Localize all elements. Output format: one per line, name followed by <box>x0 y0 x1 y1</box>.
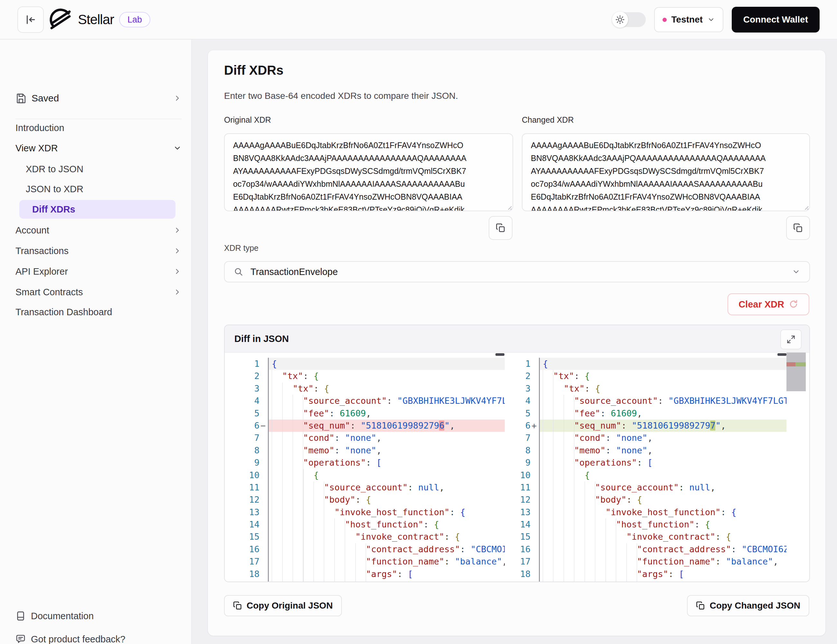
page-description: Enter two Base-64 encoded XDRs to compar… <box>224 91 458 101</box>
sidebar-item-label: Transaction Dashboard <box>15 307 182 317</box>
diff-minimap-scrollbar[interactable] <box>786 353 806 582</box>
header-actions: Testnet Connect Wallet <box>612 0 820 39</box>
horizontal-scrollbar-right[interactable] <box>778 353 786 356</box>
sidebar-item-transactions[interactable]: Transactions <box>15 243 182 259</box>
sidebar-item-feedback[interactable]: Got product feedback? <box>15 631 182 644</box>
chevron-right-icon <box>173 94 182 102</box>
copy-changed-json-button[interactable]: Copy Changed JSON <box>687 595 809 616</box>
sidebar-item-transaction-dashboard[interactable]: Transaction Dashboard <box>15 304 182 320</box>
expand-fullscreen-button[interactable] <box>780 329 802 349</box>
sidebar-item-introduction[interactable]: Introduction <box>15 120 182 136</box>
sidebar-item-view-xdr[interactable]: View XDR <box>15 140 182 156</box>
sidebar-item-xdr-to-json[interactable]: XDR to JSON <box>26 161 182 177</box>
sidebar-item-account[interactable]: Account <box>15 222 182 238</box>
xdr-type-label: XDR type <box>224 243 259 253</box>
lab-badge: Lab <box>119 12 150 27</box>
stellar-logo-icon <box>48 7 73 32</box>
sidebar-item-label: Account <box>15 225 168 236</box>
xdr-type-select[interactable]: TransactionEnvelope <box>224 261 810 283</box>
minimap-added-mark <box>796 362 806 366</box>
sidebar-item-label: XDR to JSON <box>26 164 182 174</box>
sidebar-item-saved[interactable]: Saved <box>15 88 182 108</box>
copy-original-json-button[interactable]: Copy Original JSON <box>224 595 342 616</box>
collapse-sidebar-button[interactable] <box>17 7 44 33</box>
chevron-right-icon <box>173 267 182 276</box>
diff-pane-original[interactable]: 1{2"tx": {3"tx": {4"source_account": "GB… <box>225 353 505 582</box>
sidebar-item-diff-xdrs-active[interactable]: Diff XDRs <box>19 200 176 219</box>
copy-icon <box>696 601 705 610</box>
sidebar-item-json-to-xdr[interactable]: JSON to XDR <box>26 181 182 197</box>
minimap-removed-mark <box>786 362 796 366</box>
feedback-bubble-icon <box>15 634 26 644</box>
chevron-down-icon <box>792 268 800 276</box>
book-icon <box>15 611 26 621</box>
sidebar-item-label: API Explorer <box>15 266 168 277</box>
sidebar-item-api-explorer[interactable]: API Explorer <box>15 263 182 280</box>
sidebar-item-label: Transactions <box>15 246 168 256</box>
sidebar-item-label: Smart Contracts <box>15 287 168 297</box>
sidebar-item-smart-contracts[interactable]: Smart Contracts <box>15 284 182 301</box>
theme-toggle[interactable] <box>612 12 646 27</box>
refresh-icon <box>789 299 798 309</box>
copy-icon <box>793 223 803 233</box>
original-xdr-label: Original XDR <box>224 115 271 125</box>
copy-changed-xdr-button[interactable] <box>786 216 810 240</box>
network-dot <box>663 18 667 22</box>
diff-panel-header: Diff in JSON <box>225 325 809 353</box>
sun-icon <box>615 15 625 24</box>
original-xdr-textarea[interactable]: AAAAAgAAAABuE6DqJtabKrzBfrNo6A0Zt1FrFAV4… <box>224 133 513 211</box>
diff-code-area: 1{2"tx": {3"tx": {4"source_account": "GB… <box>225 353 809 582</box>
changed-xdr-label: Changed XDR <box>522 115 574 125</box>
diff-pane-changed[interactable]: 1{2"tx": {3"tx": {4"source_account": "GB… <box>514 353 786 582</box>
sidebar-item-label: Saved <box>31 93 168 104</box>
brand-name: Stellar <box>78 12 114 27</box>
horizontal-scrollbar-left[interactable] <box>496 353 504 356</box>
sidebar-divider <box>15 119 182 119</box>
sidebar-item-label: Diff XDRs <box>32 204 75 215</box>
diff-xdrs-card: Diff XDRs Enter two Base-64 encoded XDRs… <box>208 50 826 636</box>
top-header: Stellar Lab Testnet Connect Wallet <box>0 0 837 39</box>
sidebar-item-label: Got product feedback? <box>31 634 182 644</box>
minimap-thumb[interactable] <box>786 353 806 391</box>
page-title: Diff XDRs <box>224 63 283 77</box>
copy-original-json-label: Copy Original JSON <box>246 601 333 611</box>
copy-icon <box>496 223 505 233</box>
copy-original-xdr-button[interactable] <box>489 216 512 240</box>
chevron-right-icon <box>173 288 182 296</box>
save-icon <box>15 93 26 104</box>
copy-changed-json-label: Copy Changed JSON <box>709 601 800 611</box>
sidebar: Saved Introduction View XDR XDR to JSON … <box>0 39 192 644</box>
sidebar-item-label: JSON to XDR <box>26 184 182 194</box>
diff-panel-title: Diff in JSON <box>235 334 289 344</box>
sidebar-item-label: Introduction <box>15 123 182 133</box>
sidebar-item-documentation[interactable]: Documentation <box>15 608 182 624</box>
connect-wallet-button[interactable]: Connect Wallet <box>732 7 820 33</box>
xdr-type-value: TransactionEnvelope <box>251 267 785 277</box>
network-select[interactable]: Testnet <box>654 7 723 32</box>
copy-icon <box>233 601 242 610</box>
network-label: Testnet <box>671 15 703 25</box>
clear-xdr-label: Clear XDR <box>739 299 784 310</box>
sidebar-item-label: View XDR <box>15 143 168 154</box>
search-icon <box>234 267 243 277</box>
expand-icon <box>786 335 796 344</box>
theme-knob <box>612 12 628 28</box>
diff-json-panel: Diff in JSON 1{2"tx": {3"tx": {4"source_… <box>224 325 810 582</box>
chevron-right-icon <box>173 246 182 255</box>
chevron-right-icon <box>173 226 182 235</box>
sidebar-item-label: Documentation <box>31 611 182 621</box>
changed-xdr-textarea[interactable]: AAAAAgAAAABuE6DqJtabKrzBfrNo6A0Zt1FrFAV4… <box>522 133 810 211</box>
chevron-down-icon <box>707 16 715 23</box>
brand[interactable]: Stellar Lab <box>48 7 150 32</box>
chevron-down-icon <box>173 144 182 152</box>
clear-xdr-button[interactable]: Clear XDR <box>727 293 809 315</box>
collapse-sidebar-icon <box>25 14 36 25</box>
